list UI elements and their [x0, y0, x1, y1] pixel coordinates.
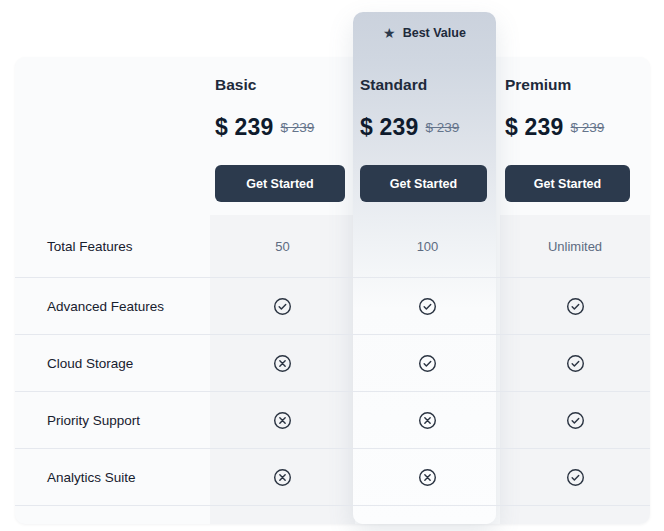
check-circle-icon [566, 354, 585, 373]
feature-cell [355, 468, 500, 487]
table-row: Total Features50100Unlimited [15, 215, 650, 278]
check-circle-icon [418, 354, 437, 373]
check-circle-icon [418, 297, 437, 316]
plan-old-price-premium: $ 239 [571, 120, 605, 135]
table-row: Advanced Features [15, 278, 650, 335]
plan-old-price-standard: $ 239 [426, 120, 460, 135]
plan-column-standard: Standard$ 239$ 239Get Started [360, 77, 487, 202]
feature-cell [210, 468, 355, 487]
plan-price-row-basic: $ 239$ 239 [215, 114, 345, 141]
feature-cell [500, 354, 650, 373]
feature-cell [500, 411, 650, 430]
check-circle-icon [566, 468, 585, 487]
plan-old-price-basic: $ 239 [281, 120, 315, 135]
plan-price-basic: $ 239 [215, 114, 274, 141]
feature-row-label: Advanced Features [15, 299, 210, 314]
pricing-table: ★ Best Value Basic$ 239$ 239Get StartedS… [0, 0, 664, 531]
check-circle-icon [566, 411, 585, 430]
feature-cell: Unlimited [500, 239, 650, 254]
feature-cell: 50 [210, 239, 355, 254]
cross-circle-icon [273, 468, 292, 487]
feature-row-label: Cloud Storage [15, 356, 210, 371]
feature-cell [210, 354, 355, 373]
plan-name-basic: Basic [215, 77, 345, 93]
feature-rows: Total Features50100UnlimitedAdvanced Fea… [15, 215, 650, 506]
feature-value: Unlimited [548, 239, 602, 254]
get-started-button-standard[interactable]: Get Started [360, 165, 487, 202]
best-value-badge: ★ Best Value [353, 26, 496, 40]
plan-column-basic: Basic$ 239$ 239Get Started [215, 77, 345, 202]
table-row: Cloud Storage [15, 335, 650, 392]
cross-circle-icon [418, 468, 437, 487]
cross-circle-icon [418, 411, 437, 430]
feature-cell: 100 [355, 239, 500, 254]
cross-circle-icon [273, 411, 292, 430]
get-started-button-basic[interactable]: Get Started [215, 165, 345, 202]
plan-name-standard: Standard [360, 77, 487, 93]
feature-cell [355, 354, 500, 373]
feature-row-label: Total Features [15, 239, 210, 254]
feature-row-label: Priority Support [15, 413, 210, 428]
plan-price-premium: $ 239 [505, 114, 564, 141]
feature-value: 100 [417, 239, 439, 254]
plan-price-row-standard: $ 239$ 239 [360, 114, 487, 141]
plan-name-premium: Premium [505, 77, 630, 93]
plan-price-standard: $ 239 [360, 114, 419, 141]
table-row: Priority Support [15, 392, 650, 449]
get-started-button-premium[interactable]: Get Started [505, 165, 630, 202]
check-circle-icon [273, 297, 292, 316]
feature-cell [210, 411, 355, 430]
feature-cell [500, 468, 650, 487]
feature-cell [355, 411, 500, 430]
feature-value: 50 [275, 239, 289, 254]
plan-price-row-premium: $ 239$ 239 [505, 114, 630, 141]
feature-cell [500, 297, 650, 316]
best-value-label: Best Value [403, 26, 466, 40]
cross-circle-icon [273, 354, 292, 373]
feature-cell [355, 297, 500, 316]
plan-column-premium: Premium$ 239$ 239Get Started [505, 77, 630, 202]
table-row: Analytics Suite [15, 449, 650, 506]
feature-row-label: Analytics Suite [15, 470, 210, 485]
feature-cell [210, 297, 355, 316]
check-circle-icon [566, 297, 585, 316]
star-icon: ★ [383, 26, 396, 40]
